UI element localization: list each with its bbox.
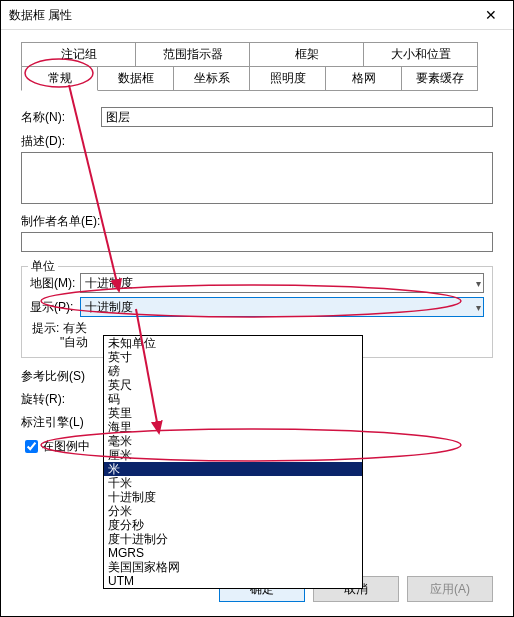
units-legend: 单位: [28, 258, 58, 275]
dropdown-option[interactable]: 毫米: [104, 434, 362, 448]
tab-extent-indicator[interactable]: 范围指示器: [135, 42, 250, 67]
dialog-window: 数据框 属性 ✕ 注记组 范围指示器 框架 大小和位置 常规 数据框 坐标系 照…: [0, 0, 514, 617]
close-icon[interactable]: ✕: [477, 7, 505, 23]
label-rotation: 旋转(R):: [21, 391, 101, 408]
row-display-units: 显示(P): 十进制度 ▾: [30, 297, 484, 317]
row-description: 描述(D):: [21, 133, 493, 207]
tab-data-frame[interactable]: 数据框: [97, 66, 174, 91]
combo-display-units[interactable]: 十进制度 ▾: [80, 297, 484, 317]
label-credits: 制作者名单(E):: [21, 213, 493, 230]
dropdown-option[interactable]: MGRS: [104, 546, 362, 560]
dropdown-option[interactable]: 米: [104, 462, 362, 476]
general-tab-panel: 名称(N): 描述(D): 制作者名单(E): 单位 地图(M): 十进制度 ▾: [21, 97, 493, 456]
dropdown-option[interactable]: 磅: [104, 364, 362, 378]
tab-row-top: 注记组 范围指示器 框架 大小和位置: [21, 42, 493, 67]
tab-row-bottom: 常规 数据框 坐标系 照明度 格网 要素缓存: [21, 66, 493, 91]
tab-coord-system[interactable]: 坐标系: [173, 66, 250, 91]
dropdown-option[interactable]: 度十进制分: [104, 532, 362, 546]
dropdown-option[interactable]: 码: [104, 392, 362, 406]
dropdown-option[interactable]: 厘米: [104, 448, 362, 462]
combo-map-units[interactable]: 十进制度 ▾: [80, 273, 484, 293]
input-credits[interactable]: [21, 232, 493, 252]
chevron-down-icon: ▾: [476, 278, 481, 289]
tabs: 注记组 范围指示器 框架 大小和位置 常规 数据框 坐标系 照明度 格网 要素缓…: [21, 42, 493, 91]
tab-illumination[interactable]: 照明度: [249, 66, 326, 91]
combo-display-units-value: 十进制度: [85, 299, 133, 316]
tab-size-position[interactable]: 大小和位置: [363, 42, 478, 67]
apply-button[interactable]: 应用(A): [407, 576, 493, 602]
dropdown-option[interactable]: 英寸: [104, 350, 362, 364]
titlebar: 数据框 属性 ✕: [1, 1, 513, 30]
dialog-content: 注记组 范围指示器 框架 大小和位置 常规 数据框 坐标系 照明度 格网 要素缓…: [1, 30, 513, 566]
dropdown-option[interactable]: 美国国家格网: [104, 560, 362, 574]
dropdown-option[interactable]: UTM: [104, 574, 362, 588]
dropdown-option[interactable]: 未知单位: [104, 336, 362, 350]
checkbox-legend[interactable]: [25, 440, 38, 453]
input-name[interactable]: [101, 107, 493, 127]
dropdown-option[interactable]: 十进制度: [104, 490, 362, 504]
row-map-units: 地图(M): 十进制度 ▾: [30, 273, 484, 293]
label-map-units: 地图(M):: [30, 275, 80, 292]
tab-feature-cache[interactable]: 要素缓存: [401, 66, 478, 91]
tab-frame[interactable]: 框架: [249, 42, 364, 67]
chevron-down-icon: ▾: [476, 302, 481, 313]
row-credits: 制作者名单(E):: [21, 213, 493, 252]
label-label-engine: 标注引擎(L): [21, 414, 101, 431]
tab-grid[interactable]: 格网: [325, 66, 402, 91]
row-name: 名称(N):: [21, 107, 493, 127]
dropdown-option[interactable]: 英里: [104, 406, 362, 420]
display-units-dropdown[interactable]: 未知单位英寸磅英尺码英里海里毫米厘米米千米十进制度分米度分秒度十进制分MGRS美…: [103, 335, 363, 589]
dropdown-option[interactable]: 海里: [104, 420, 362, 434]
textarea-description[interactable]: [21, 152, 493, 204]
dropdown-option[interactable]: 英尺: [104, 378, 362, 392]
label-description: 描述(D):: [21, 133, 101, 150]
tab-general[interactable]: 常规: [21, 66, 98, 91]
label-reference-scale: 参考比例(S): [21, 368, 101, 385]
window-title: 数据框 属性: [9, 7, 72, 24]
label-name: 名称(N):: [21, 109, 101, 126]
dropdown-option[interactable]: 度分秒: [104, 518, 362, 532]
combo-map-units-value: 十进制度: [85, 275, 133, 292]
tab-annotation-group[interactable]: 注记组: [21, 42, 136, 67]
label-legend-checkbox: 在图例中: [42, 438, 90, 455]
label-display-units: 显示(P):: [30, 299, 80, 316]
dropdown-option[interactable]: 千米: [104, 476, 362, 490]
dropdown-option[interactable]: 分米: [104, 504, 362, 518]
